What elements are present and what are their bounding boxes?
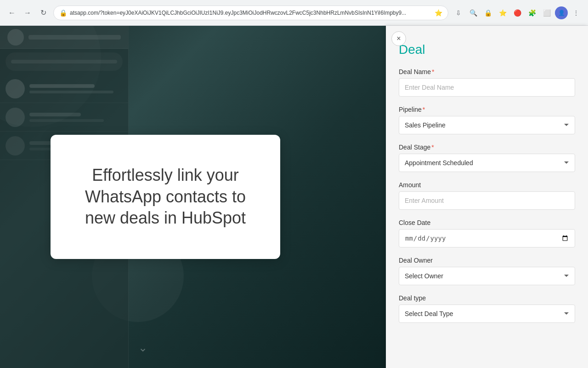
sidebar-header: [0, 26, 128, 49]
extensions-red-icon[interactable]: 🔴: [511, 6, 524, 19]
puzzle-icon[interactable]: 🧩: [526, 6, 538, 19]
deal-owner-select[interactable]: Select Owner: [399, 267, 575, 285]
close-date-label: Close Date: [399, 219, 575, 226]
pipeline-label: Pipeline*: [399, 106, 575, 113]
close-date-input[interactable]: [399, 229, 575, 247]
scroll-indicator: ⌄: [138, 341, 147, 354]
more-options-icon[interactable]: ⋮: [570, 6, 582, 19]
back-button[interactable]: ←: [6, 6, 18, 19]
amount-label: Amount: [399, 181, 575, 189]
deal-type-group: Deal type Select Deal Type: [399, 294, 575, 323]
deal-name-input[interactable]: [399, 78, 575, 97]
download-icon[interactable]: ⇩: [452, 6, 465, 19]
bookmark-icon: ⭐: [435, 9, 442, 17]
chat-avatar-1: [6, 79, 25, 98]
profile-icon[interactable]: 👤: [555, 6, 568, 19]
avatar-placeholder: [7, 29, 24, 46]
search-placeholder: [6, 52, 123, 71]
required-star-deal-stage: *: [431, 144, 434, 151]
browser-action-icons: ⇩ 🔍 🔒 ⭐ 🔴 🧩 ⬜ 👤 ⋮: [452, 6, 582, 19]
panel-content: Deal Deal Name* Pipeline* Sales Pipeline: [386, 33, 588, 351]
deal-type-select[interactable]: Select Deal Type: [399, 305, 575, 323]
chat-item-1: [0, 75, 128, 103]
amount-group: Amount: [399, 181, 575, 210]
lock-icon: 🔒: [59, 9, 67, 17]
deal-stage-label: Deal Stage*: [399, 144, 575, 151]
deal-name-group: Deal Name*: [399, 68, 575, 97]
chat-info-2: [29, 113, 123, 122]
scroll-down-icon: ⌄: [138, 341, 147, 354]
panel-title: Deal: [399, 42, 575, 57]
chat-name-1: [29, 84, 95, 88]
favorites-icon[interactable]: ⭐: [496, 6, 509, 19]
amount-input[interactable]: [399, 191, 575, 210]
address-bar[interactable]: 🔒 atsapp.com/?token=eyJ0eXAiOiJKV1QiLCJh…: [53, 6, 448, 20]
required-star-pipeline: *: [423, 106, 425, 113]
chat-preview-2: [29, 119, 104, 122]
whatsapp-background: Effortlessly link your WhatsApp contacts…: [0, 26, 386, 368]
pipeline-select[interactable]: Sales Pipeline: [399, 116, 575, 134]
url-text: atsapp.com/?token=eyJ0eXAiOiJKV1QiLCJhbG…: [70, 10, 432, 16]
search-bar-sim: [11, 60, 117, 63]
deal-stage-group: Deal Stage* Appointment Scheduled: [399, 144, 575, 172]
close-date-group: Close Date: [399, 219, 575, 247]
deal-panel: × Deal Deal Name* Pipeline* Sales Pipeli…: [386, 26, 588, 368]
chat-info-1: [29, 84, 123, 93]
close-button[interactable]: ×: [391, 31, 406, 46]
forward-button[interactable]: →: [21, 6, 34, 19]
split-view-icon[interactable]: ⬜: [540, 6, 553, 19]
chat-name-2: [29, 113, 81, 116]
hero-text: Effortlessly link your WhatsApp contacts…: [51, 155, 280, 238]
security-icon[interactable]: 🔒: [481, 6, 494, 19]
deal-owner-group: Deal Owner Select Owner: [399, 257, 575, 285]
browser-chrome: ← → ↻ 🔒 atsapp.com/?token=eyJ0eXAiOiJKV1…: [0, 0, 588, 26]
main-content: Effortlessly link your WhatsApp contacts…: [0, 26, 588, 368]
deal-type-label: Deal type: [399, 294, 575, 302]
chat-avatar-2: [6, 108, 25, 127]
browser-nav-controls: ← → ↻: [6, 6, 50, 19]
deal-name-label: Deal Name*: [399, 68, 575, 75]
chat-preview-1: [29, 91, 113, 93]
hero-card: Effortlessly link your WhatsApp contacts…: [51, 135, 280, 259]
refresh-button[interactable]: ↻: [37, 6, 50, 19]
chat-item-2: [0, 103, 128, 132]
deal-owner-label: Deal Owner: [399, 257, 575, 264]
pipeline-group: Pipeline* Sales Pipeline: [399, 106, 575, 134]
required-star-deal-name: *: [432, 68, 434, 75]
chat-avatar-3: [6, 136, 25, 155]
name-placeholder: [28, 35, 121, 40]
zoom-icon[interactable]: 🔍: [467, 6, 480, 19]
deal-stage-select[interactable]: Appointment Scheduled: [399, 154, 575, 172]
